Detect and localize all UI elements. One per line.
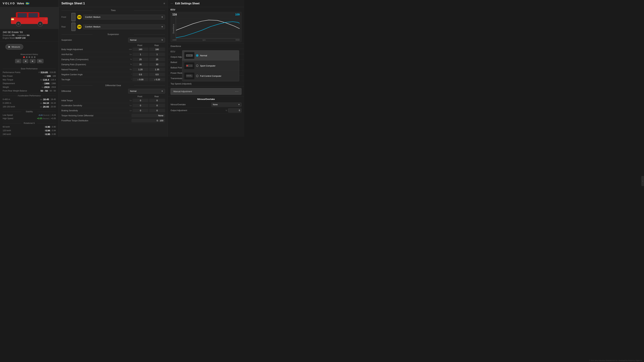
top-speed-item-label: Top Speed (Adjusted) — [170, 82, 242, 85]
manual-adjustment-button[interactable]: Manual Adjustment ··· — [170, 88, 242, 95]
rear-column-header: Rear — [148, 44, 165, 46]
car-silhouette-svg — [9, 10, 50, 26]
pp-label: Performance Points — [3, 71, 38, 73]
suspension-value: Normal — [130, 39, 136, 41]
manual-adj-label: Manual Adjustment — [174, 90, 192, 93]
rotational-g-header: Rotational G — [3, 122, 56, 124]
nitrous-select[interactable]: None ▼ — [211, 103, 242, 107]
popup-normal-thumb — [184, 52, 194, 59]
initial-torque-row: Initial Torque Lv. 0 0 — [62, 98, 165, 103]
popup-item-sport[interactable]: Sport Computer — [182, 61, 239, 71]
nat-freq-front[interactable]: 1.20 — [132, 68, 148, 71]
accel-perf-header: Acceleration Performance — [3, 94, 56, 97]
front-rear-dist-label: Front/Rear Torque Distribution — [62, 119, 132, 122]
damping-comp-label: Damping Ratio (Compression) — [62, 58, 127, 61]
popup-radio-full[interactable] — [196, 75, 198, 77]
accel-sens-rear[interactable]: 0 — [149, 104, 165, 107]
suspension-label-row: Suspension Normal ▼ — [62, 37, 165, 43]
popup-radio-sport[interactable] — [196, 64, 198, 67]
max-power-val: 109 — [46, 75, 50, 77]
chart-rpm-min: 1000 — [172, 39, 176, 41]
nitrous-dropdown-arrow: ▼ — [238, 103, 240, 106]
nat-freq-rear[interactable]: 1.35 — [149, 68, 165, 71]
downforce-item-label: Downforce — [170, 45, 242, 47]
max-torque-label: Max Torque — [3, 79, 40, 81]
sport-ecu-icon — [185, 63, 194, 68]
damping-comp-front[interactable]: 25 — [132, 58, 148, 61]
dot-5[interactable] — [34, 56, 36, 58]
front-tire-select[interactable]: Comfort: Medium ▼ — [83, 15, 165, 19]
pp-secondary: 319.85 — [50, 71, 56, 73]
front-tire-value: Comfort: Medium — [85, 16, 100, 18]
pp-row: Performance Points PP 319.85 | 319.85 — [3, 70, 56, 74]
rear-tire-select[interactable]: Comfort: Medium ▼ — [83, 24, 165, 29]
next-button[interactable]: ► — [30, 59, 36, 63]
speed120-secondary: 0.94 — [52, 129, 56, 132]
high-speed-row: High Speed +0.05 (Neutral) | +0.05 — [3, 117, 56, 120]
damping-comp-rear[interactable]: 25 — [149, 58, 165, 61]
damping-exp-rear[interactable]: 30 — [149, 63, 165, 66]
nitrous-output-val[interactable]: 0 — [228, 108, 242, 112]
nitrous-output-label: Output Adjustment — [170, 109, 224, 112]
body-height-front[interactable]: 180 — [132, 48, 148, 51]
speed100150-label: 100-150 km/h — [3, 106, 40, 108]
neg-camber-front[interactable]: 0.5 — [132, 73, 148, 76]
damping-exp-front[interactable]: 35 — [132, 63, 148, 66]
neg-camber-rear[interactable]: 0.5 — [149, 73, 165, 76]
popup-full-thumb — [184, 72, 194, 79]
max-torque-row: Max Torque ft·lb 116.4 | 116.4 — [3, 78, 56, 82]
torque-vec-val[interactable]: None — [132, 114, 165, 117]
popup-full-label: Full Control Computer — [200, 75, 237, 77]
dot-1[interactable] — [23, 56, 25, 58]
accel-sens-front[interactable]: 0 — [132, 104, 148, 107]
back-icon[interactable]: ··· — [170, 2, 173, 5]
differential-dropdown[interactable]: Normal ▼ — [128, 89, 165, 93]
torque-vec-label: Torque-Vectoring Center Differential — [62, 114, 132, 117]
low-speed-val: -0.24 — [38, 114, 42, 116]
popup-item-normal[interactable]: Normal — [182, 50, 239, 61]
top-speed-item[interactable]: Top Speed (Adjusted) — [168, 81, 244, 86]
nitrous-output-row: Output Adjustment % 0 — [170, 108, 242, 113]
dot-3[interactable] — [28, 56, 30, 58]
toe-angle-front[interactable]: ↕ 0.00 — [132, 78, 148, 81]
car-info: 240 SE Estate '93 Drivetrain FR / Aspira… — [0, 29, 58, 41]
suspension-dropdown[interactable]: Normal ▼ — [128, 38, 165, 42]
menu-icon[interactable]: ≡ — [164, 2, 165, 5]
sheet-title-bar: Settings Sheet 1 ≡ — [59, 0, 168, 7]
anti-roll-front[interactable]: 1 — [132, 53, 148, 56]
body-height-rear[interactable]: 180 — [149, 48, 165, 51]
flag-icon: 🇸🇪 — [26, 2, 29, 5]
pp-val: 319.85 — [40, 71, 48, 74]
l1-button[interactable]: L1 — [15, 59, 21, 63]
nat-freq-unit: Hz — [127, 68, 132, 70]
braking-sens-front[interactable]: 0 — [132, 109, 148, 112]
measure-button[interactable]: Measure — [5, 44, 23, 50]
prev-button[interactable]: ◄ — [23, 59, 28, 63]
braking-sens-rear[interactable]: 0 — [149, 109, 165, 112]
downforce-item[interactable]: Downforce — [168, 43, 244, 49]
dot-4[interactable] — [31, 56, 33, 58]
rear-tire-label: Rear — [62, 26, 70, 28]
popup-radio-normal[interactable] — [196, 54, 198, 57]
ecu-chart-area: 109 116 Downforce 1000 rpm — [170, 12, 242, 42]
initial-torque-rear[interactable]: 0 — [149, 99, 165, 102]
history-label: Measurement History — [3, 53, 56, 55]
svg-rect-8 — [11, 18, 14, 20]
toe-angle-label: Toe Angle — [62, 78, 127, 81]
speed240-label: 240 km/h — [3, 133, 44, 135]
speed60-row: 60 km/h G 0.90 | 0.90 — [3, 125, 56, 129]
low-speed-secondary: -0.24 — [51, 114, 56, 116]
svg-rect-28 — [188, 75, 190, 76]
pp-unit: PP — [38, 71, 40, 73]
popup-item-full[interactable]: Full Control Computer — [182, 71, 239, 81]
toe-angle-unit: ° — [127, 79, 132, 80]
front-rear-dist-val[interactable]: 0 : 100 — [132, 119, 165, 122]
r1-button[interactable]: R1 — [37, 59, 44, 63]
zero1000-row: 0-1000 m sec. 34.10 | 34.10 — [3, 101, 56, 105]
initial-torque-front[interactable]: 0 — [132, 99, 148, 102]
dot-2[interactable] — [26, 56, 28, 58]
toe-angle-rear[interactable]: ↕ 0.20 — [149, 78, 165, 81]
high-speed-label: High Speed — [3, 117, 37, 120]
anti-roll-rear[interactable]: 1 — [149, 53, 165, 56]
svg-point-5 — [17, 23, 20, 25]
